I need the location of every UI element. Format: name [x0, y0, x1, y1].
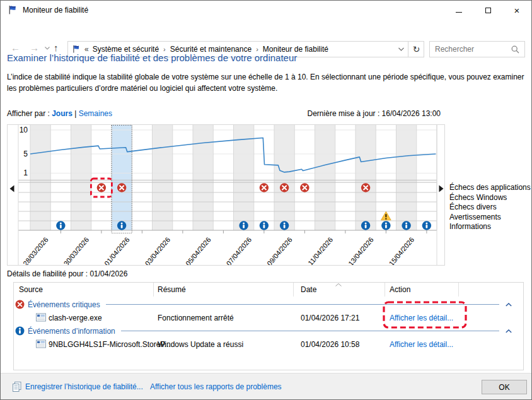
minimize-button[interactable] [444, 1, 473, 20]
view-by-weeks[interactable]: Semaines [79, 109, 112, 118]
forward-button[interactable]: → [30, 42, 39, 53]
table-row-windows-update[interactable]: 9NBLGGH4LS1F-Microsoft.StoreP... Windows… [14, 338, 523, 351]
footer-bar: Enregistrer l’historique de fiabilité...… [1, 373, 531, 400]
info-icon [361, 221, 370, 230]
x-axis-date-label: 11/04/2026 [306, 236, 334, 265]
row-source: clash-verge.exe [49, 314, 102, 322]
group-row-information-events[interactable]: Événements d’information [14, 324, 523, 338]
day-column-08/04/2026[interactable] [254, 125, 274, 230]
x-axis-date-label: 15/04/2026 [388, 236, 416, 265]
maximize-button[interactable] [473, 1, 502, 20]
day-column-10/04/2026[interactable] [294, 125, 315, 230]
chart-category-legend: Échecs des applications Échecs Windows É… [449, 183, 531, 232]
view-by-days[interactable]: Jours [52, 109, 72, 118]
info-icon [381, 221, 390, 230]
legend-windows-failures: Échecs Windows [449, 193, 531, 203]
scroll-left-icon[interactable] [10, 185, 14, 192]
day-column-02/04/2026[interactable] [132, 125, 152, 230]
column-header-summary[interactable]: Résumé [158, 285, 186, 294]
legend-app-failures: Échecs des applications [449, 183, 531, 193]
y-axis-tick: 1 [23, 168, 28, 177]
collapse-chevron-icon[interactable] [506, 303, 512, 307]
day-column-12/04/2026[interactable] [335, 125, 356, 230]
save-history-link[interactable]: Enregistrer l’historique de fiabilité... [25, 382, 143, 391]
save-history-icon [12, 382, 22, 392]
y-axis-tick: 5 [23, 150, 28, 158]
table-row-clash-verge[interactable]: clash-verge.exe Fonctionnement arrêté 01… [14, 311, 523, 324]
info-icon [260, 221, 269, 230]
error-icon [260, 183, 269, 192]
reliability-flag-icon [8, 5, 18, 15]
collapse-chevron-icon[interactable] [506, 329, 512, 333]
day-column-04/04/2026[interactable] [173, 125, 193, 230]
day-column-30/03/2026[interactable] [71, 125, 91, 230]
navigation-bar: ← → ↑ « Système et sécurité › Sécurité e… [1, 20, 531, 41]
up-button[interactable]: ↑ [54, 42, 59, 53]
error-icon [15, 300, 25, 309]
day-column-16/04/2026[interactable] [417, 125, 437, 230]
reliability-details-table: Source Résumé Date Action Événements cri… [13, 282, 524, 370]
view-details-link[interactable]: Afficher les détail... [390, 340, 453, 349]
day-column-05/04/2026[interactable] [193, 125, 213, 230]
error-icon [117, 183, 126, 192]
group-row-critical-events[interactable]: Événements critiques [14, 298, 523, 311]
group-label-critical: Événements critiques [28, 300, 100, 309]
info-icon [117, 221, 126, 230]
address-dropdown-chevron[interactable] [394, 47, 408, 51]
window-title: Moniteur de fiabilité [23, 6, 88, 15]
day-column-03/04/2026[interactable] [153, 125, 173, 230]
day-column-29/03/2026[interactable] [50, 125, 71, 230]
search-box[interactable]: Rechercher [429, 41, 525, 57]
row-date: 01/04/2026 17:21 [301, 314, 359, 322]
error-icon [97, 183, 106, 192]
column-header-action[interactable]: Action [390, 285, 410, 294]
legend-informations: Informations [449, 222, 531, 232]
minimize-icon [456, 12, 462, 13]
last-update-label: Dernière mise à jour : 16/04/2026 13:00 [308, 109, 441, 118]
day-column-28/03/2026[interactable] [30, 125, 50, 230]
search-placeholder: Rechercher [435, 45, 511, 54]
column-header-date[interactable]: Date [301, 285, 316, 294]
title-bar: Moniteur de fiabilité × [1, 1, 531, 20]
day-column-15/04/2026[interactable] [396, 125, 417, 230]
page-description: L’indice de stabilité indique la stabili… [7, 71, 529, 94]
view-details-link[interactable]: Afficher les détail... [390, 314, 453, 322]
info-icon [422, 221, 431, 230]
row-summary: Fonctionnement arrêté [158, 314, 234, 322]
row-source: 9NBLGGH4LS1F-Microsoft.StoreP... [49, 340, 171, 349]
search-icon [511, 45, 519, 54]
x-axis-date-label: 07/04/2026 [225, 236, 253, 265]
info-icon [56, 221, 65, 230]
history-chevron-icon[interactable] [45, 47, 50, 50]
sort-ascending-icon[interactable] [335, 283, 342, 286]
stability-chart[interactable]: 105128/03/202630/03/202601/04/202603/04/… [7, 124, 445, 266]
info-icon [15, 326, 25, 336]
all-reports-link[interactable]: Afficher tous les rapports de problèmes [150, 382, 282, 391]
ok-button[interactable]: OK [482, 380, 527, 394]
x-axis-date-label: 30/03/2026 [62, 236, 91, 265]
back-button[interactable]: ← [11, 42, 20, 53]
day-column-31/03/2026[interactable] [91, 125, 112, 230]
view-by-divider: | [74, 109, 76, 118]
row-date: 01/04/2026 10:58 [301, 340, 359, 349]
error-icon [300, 183, 309, 192]
close-button[interactable]: × [502, 1, 531, 20]
info-icon [280, 221, 289, 230]
legend-misc-failures: Échecs divers [449, 203, 531, 213]
day-column-01/04/2026[interactable] [112, 125, 132, 230]
x-axis-date-label: 03/04/2026 [144, 236, 172, 265]
day-column-11/04/2026[interactable] [315, 125, 335, 230]
day-column-09/04/2026[interactable] [274, 125, 294, 230]
day-column-07/04/2026[interactable] [234, 125, 254, 230]
view-by-bar: Afficher par : Jours | Semaines [7, 109, 112, 118]
x-axis-date-label: 28/03/2026 [21, 236, 50, 265]
column-header-source[interactable]: Source [19, 285, 43, 294]
page-title: Examiner l’historique de fiabilité et de… [7, 52, 297, 63]
y-axis-tick: 10 [20, 126, 28, 134]
x-axis-date-label: 01/04/2026 [103, 236, 131, 265]
application-icon [36, 313, 46, 322]
scroll-right-icon[interactable] [439, 185, 444, 192]
day-column-13/04/2026[interactable] [356, 125, 376, 230]
refresh-button[interactable]: ↻ [408, 41, 424, 57]
details-title: Détails de fiabilité pour : 01/04/2026 [7, 269, 127, 278]
